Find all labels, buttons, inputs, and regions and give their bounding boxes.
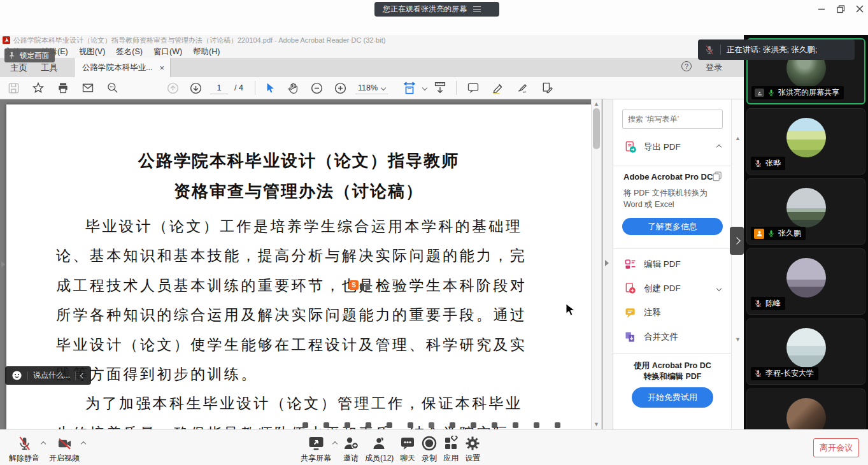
email-button[interactable] — [80, 80, 96, 96]
edit-pdf-item[interactable]: 编辑 PDF — [613, 255, 732, 274]
highlight-tool-button[interactable] — [490, 80, 506, 96]
fit-width-button[interactable] — [401, 80, 418, 96]
chat-placeholder[interactable]: 说点什么... — [33, 370, 70, 381]
participant-name-tag: 张晔 — [751, 157, 785, 170]
mic-options-chevron[interactable] — [41, 441, 46, 446]
watching-banner-text: 您正在观看张洪亮的屏幕 — [383, 4, 467, 15]
save-button[interactable] — [5, 80, 22, 96]
chevron-down-icon[interactable] — [716, 286, 722, 291]
meeting-control-bar: 解除静音 开启视频 共享屏幕 邀请 成员(12) — [0, 429, 868, 465]
start-video-button[interactable]: 开启视频 — [49, 435, 85, 464]
close-button[interactable] — [852, 3, 867, 15]
previous-page-button[interactable] — [164, 80, 181, 96]
scroll-down-icon[interactable]: ▼ — [594, 421, 599, 427]
collapse-chat-icon[interactable] — [80, 373, 85, 378]
avatar — [786, 258, 826, 297]
doc-body-line: 毕业设计（论文）工作是培养学生综合运用本学科的基础理 — [6, 211, 591, 241]
participant-name-tag: 陈峰 — [751, 297, 785, 310]
nav-pane-toggle[interactable] — [1, 261, 5, 268]
emoji-icon[interactable] — [11, 370, 22, 381]
document-scrollbar[interactable]: ▲ ▼ — [591, 99, 602, 429]
selection-tool-button[interactable] — [261, 80, 278, 96]
members-button[interactable]: 成员(12) — [365, 435, 394, 464]
combine-files-label: 合并文件 — [644, 331, 678, 343]
menu-item-sign[interactable]: 签名(S) — [116, 46, 143, 57]
document-heading: 公路学院本科毕业设计（论文）指导教师 资格审查与管理办法（讨论稿） — [6, 145, 591, 206]
star-button[interactable] — [30, 80, 46, 96]
chat-button[interactable]: 聊天 — [400, 435, 415, 464]
comment-item[interactable]: 注释 — [613, 303, 732, 322]
scroll-down-icon[interactable]: ▼ — [735, 336, 741, 343]
banner-menu-icon[interactable] — [473, 6, 481, 12]
share-options-chevron[interactable] — [332, 441, 338, 446]
zoom-out-button[interactable] — [308, 80, 325, 96]
share-screen-button[interactable]: 共享屏幕 — [301, 435, 337, 464]
sign-in-link[interactable]: 登录 — [706, 62, 722, 73]
avatar — [786, 188, 826, 227]
participant-tile[interactable]: 张久鹏 — [746, 178, 865, 245]
apps-button[interactable]: 应用 — [443, 435, 459, 464]
panel-collapse-handle[interactable] — [730, 227, 744, 255]
hand-tool-button[interactable] — [285, 80, 301, 96]
ime-mode-icon — [366, 283, 370, 290]
fill-sign-button[interactable] — [539, 80, 556, 96]
page-number-input[interactable] — [210, 82, 228, 94]
scroll-up-icon[interactable]: ▲ — [735, 135, 741, 141]
mic-muted-icon — [754, 369, 762, 378]
participant-tile[interactable]: 陈峰 — [746, 248, 865, 315]
scroll-thumb[interactable] — [593, 108, 600, 149]
page-fit-button[interactable] — [432, 80, 448, 96]
tab-tools[interactable]: 工具 — [41, 62, 58, 74]
print-button[interactable] — [55, 80, 71, 96]
sign-tool-button[interactable] — [515, 80, 531, 96]
export-pdf-item[interactable]: 导出 PDF — [613, 138, 732, 157]
chevron-down-icon — [381, 85, 386, 90]
participant-tile[interactable]: 张晔 — [746, 108, 865, 175]
leave-meeting-button[interactable]: 离开会议 — [813, 438, 859, 457]
restore-button[interactable] — [833, 3, 848, 15]
combine-files-item[interactable]: 合并文件 — [613, 327, 732, 347]
minimize-button[interactable] — [814, 3, 829, 15]
menu-item-window[interactable]: 窗口(W) — [153, 46, 182, 57]
watching-banner[interactable]: 您正在观看张洪亮的屏幕 — [374, 2, 499, 17]
tools-search-input[interactable] — [622, 110, 723, 129]
tab-home[interactable]: 主页 — [10, 62, 27, 74]
taskbar-icon — [555, 422, 560, 428]
help-icon[interactable]: ? — [681, 61, 692, 71]
unmute-button[interactable]: 解除静音 — [9, 435, 45, 464]
chevron-up-icon[interactable] — [716, 145, 722, 150]
participant-tile[interactable] — [746, 389, 865, 429]
settings-button[interactable]: 设置 — [465, 435, 480, 464]
start-trial-button[interactable]: 开始免费试用 — [632, 387, 713, 408]
input-method-indicator[interactable]: S — [349, 280, 370, 290]
zoom-in-button[interactable] — [332, 80, 348, 96]
comment-tool-button[interactable] — [465, 80, 481, 96]
menu-item-view[interactable]: 视图(V) — [79, 46, 106, 57]
panel-expand-arrow-icon[interactable] — [605, 260, 609, 266]
panel-divider — [613, 353, 732, 354]
learn-more-button[interactable]: 了解更多信息 — [622, 218, 723, 235]
create-pdf-item[interactable]: 创建 PDF — [613, 279, 732, 298]
participant-name: 张久鹏 — [778, 228, 801, 239]
zoom-level-select[interactable]: 118% — [355, 82, 388, 94]
menu-item-help[interactable]: 帮助(H) — [193, 46, 220, 57]
invite-button[interactable]: 邀请 — [343, 435, 359, 464]
participant-tile[interactable]: 李程-长安大学 — [746, 318, 865, 385]
comment-label: 注释 — [644, 307, 661, 318]
search-button[interactable] — [104, 80, 121, 96]
video-options-chevron[interactable] — [81, 441, 86, 446]
panel-scrollbar[interactable]: ▲ ▼ — [731, 99, 744, 429]
export-pdf-icon — [624, 141, 637, 154]
document-page[interactable]: 公路学院本科毕业设计（论文）指导教师 资格审查与管理办法（讨论稿） 毕业设计（论… — [6, 104, 591, 429]
page-total: / 4 — [234, 83, 243, 92]
document-tab[interactable]: 公路学院本科毕业... × — [74, 58, 171, 77]
participant-name: 张洪亮的屏幕共享 — [778, 87, 839, 98]
chevron-down-icon[interactable] — [422, 85, 427, 90]
chat-bubble[interactable]: 说点什么... — [5, 366, 91, 385]
tab-close-icon[interactable]: × — [159, 63, 164, 73]
next-page-button[interactable] — [187, 80, 204, 96]
record-button[interactable]: 录制 — [422, 435, 437, 464]
scroll-up-icon[interactable]: ▲ — [594, 101, 599, 107]
meeting-status-bar: 01:08:00 演讲者视图 — [0, 18, 868, 35]
camera-off-icon — [57, 436, 73, 451]
